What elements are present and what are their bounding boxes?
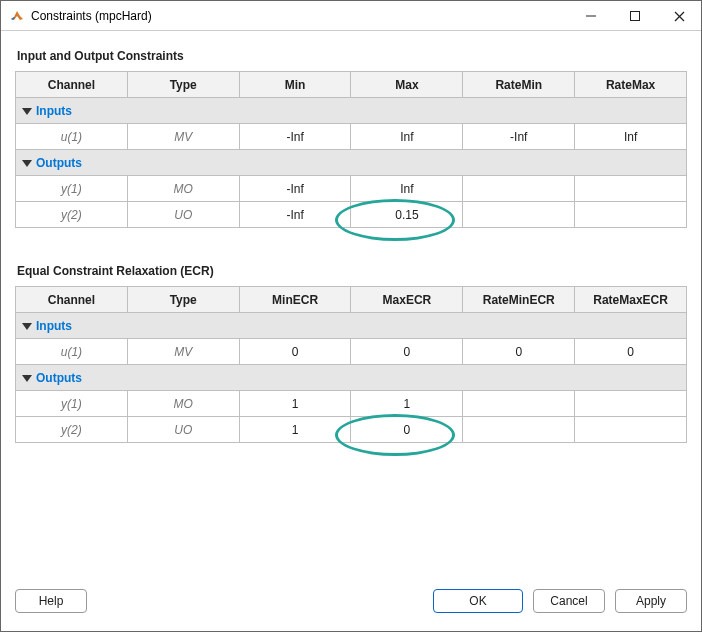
table-row: u(1) MV 0 0 0 0 xyxy=(16,339,687,365)
table-row: y(1) MO 1 1 xyxy=(16,391,687,417)
constraints-window: Constraints (mpcHard) Input and Output C… xyxy=(0,0,702,632)
collapse-icon xyxy=(22,160,32,167)
cell-type: UO xyxy=(127,417,239,443)
section1-title: Input and Output Constraints xyxy=(17,49,687,63)
col-ratemaxecr: RateMaxECR xyxy=(575,287,687,313)
window-title: Constraints (mpcHard) xyxy=(31,9,152,23)
cell-minecr[interactable]: 1 xyxy=(239,417,351,443)
cell-rateminecr xyxy=(463,417,575,443)
cell-minecr[interactable]: 0 xyxy=(239,339,351,365)
minimize-button[interactable] xyxy=(569,1,613,31)
cell-ratemin[interactable]: -Inf xyxy=(463,124,575,150)
cell-channel: y(2) xyxy=(16,417,128,443)
col-max: Max xyxy=(351,72,463,98)
ok-button[interactable]: OK xyxy=(433,589,523,613)
cell-ratemaxecr[interactable]: 0 xyxy=(575,339,687,365)
col-minecr: MinECR xyxy=(239,287,351,313)
table-header-row: Channel Type MinECR MaxECR RateMinECR Ra… xyxy=(16,287,687,313)
cell-maxecr[interactable]: 0 xyxy=(351,339,463,365)
cell-channel: y(1) xyxy=(16,391,128,417)
ecr-table: Channel Type MinECR MaxECR RateMinECR Ra… xyxy=(15,286,687,443)
group-inputs[interactable]: Inputs xyxy=(16,313,687,339)
group-outputs[interactable]: Outputs xyxy=(16,365,687,391)
col-type: Type xyxy=(127,72,239,98)
cell-ratemaxecr xyxy=(575,417,687,443)
cell-ratemin xyxy=(463,176,575,202)
cell-max[interactable]: 0.15 xyxy=(351,202,463,228)
ecr-table-wrap: Channel Type MinECR MaxECR RateMinECR Ra… xyxy=(15,286,687,443)
cell-ratemaxecr xyxy=(575,391,687,417)
cell-type: UO xyxy=(127,202,239,228)
group-outputs-label: Outputs xyxy=(36,371,82,385)
collapse-icon xyxy=(22,108,32,115)
cell-minecr[interactable]: 1 xyxy=(239,391,351,417)
cell-max[interactable]: Inf xyxy=(351,176,463,202)
cell-channel: u(1) xyxy=(16,339,128,365)
group-inputs-label: Inputs xyxy=(36,104,72,118)
collapse-icon xyxy=(22,323,32,330)
svg-rect-1 xyxy=(631,12,640,21)
cell-type: MV xyxy=(127,124,239,150)
col-min: Min xyxy=(239,72,351,98)
group-inputs-label: Inputs xyxy=(36,319,72,333)
titlebar[interactable]: Constraints (mpcHard) xyxy=(1,1,701,31)
cell-type: MO xyxy=(127,176,239,202)
table-header-row: Channel Type Min Max RateMin RateMax xyxy=(16,72,687,98)
cell-ratemax[interactable]: Inf xyxy=(575,124,687,150)
cell-type: MV xyxy=(127,339,239,365)
table-row: y(2) UO -Inf 0.15 xyxy=(16,202,687,228)
table-row: u(1) MV -Inf Inf -Inf Inf xyxy=(16,124,687,150)
table-row: y(2) UO 1 0 xyxy=(16,417,687,443)
close-button[interactable] xyxy=(657,1,701,31)
section2-title: Equal Constraint Relaxation (ECR) xyxy=(17,264,687,278)
col-ratemax: RateMax xyxy=(575,72,687,98)
cell-min[interactable]: -Inf xyxy=(239,202,351,228)
cell-ratemax xyxy=(575,202,687,228)
cell-max[interactable]: Inf xyxy=(351,124,463,150)
constraints-table-wrap: Channel Type Min Max RateMin RateMax Inp… xyxy=(15,71,687,228)
apply-button[interactable]: Apply xyxy=(615,589,687,613)
constraints-table: Channel Type Min Max RateMin RateMax Inp… xyxy=(15,71,687,228)
cell-ratemax xyxy=(575,176,687,202)
button-bar: Help OK Cancel Apply xyxy=(1,583,701,631)
cell-maxecr[interactable]: 1 xyxy=(351,391,463,417)
cancel-button[interactable]: Cancel xyxy=(533,589,605,613)
cell-rateminecr[interactable]: 0 xyxy=(463,339,575,365)
table-row: y(1) MO -Inf Inf xyxy=(16,176,687,202)
collapse-icon xyxy=(22,375,32,382)
col-maxecr: MaxECR xyxy=(351,287,463,313)
cell-rateminecr xyxy=(463,391,575,417)
cell-ratemin xyxy=(463,202,575,228)
col-rateminecr: RateMinECR xyxy=(463,287,575,313)
group-inputs[interactable]: Inputs xyxy=(16,98,687,124)
cell-type: MO xyxy=(127,391,239,417)
cell-min[interactable]: -Inf xyxy=(239,124,351,150)
cell-min[interactable]: -Inf xyxy=(239,176,351,202)
col-ratemin: RateMin xyxy=(463,72,575,98)
group-outputs-label: Outputs xyxy=(36,156,82,170)
cell-channel: y(1) xyxy=(16,176,128,202)
maximize-button[interactable] xyxy=(613,1,657,31)
group-outputs[interactable]: Outputs xyxy=(16,150,687,176)
cell-channel: u(1) xyxy=(16,124,128,150)
col-channel: Channel xyxy=(16,72,128,98)
cell-channel: y(2) xyxy=(16,202,128,228)
cell-maxecr[interactable]: 0 xyxy=(351,417,463,443)
help-button[interactable]: Help xyxy=(15,589,87,613)
content-area: Input and Output Constraints Channel Typ… xyxy=(1,31,701,583)
matlab-icon xyxy=(9,8,25,24)
col-type: Type xyxy=(127,287,239,313)
col-channel: Channel xyxy=(16,287,128,313)
